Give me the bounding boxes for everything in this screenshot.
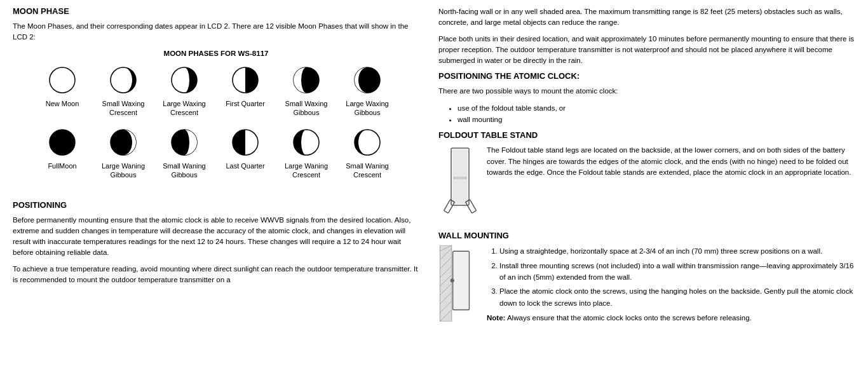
full-moon-icon xyxy=(47,127,78,158)
large-waxing-gibbous-icon xyxy=(352,65,383,95)
moon-phase-title: MOON PHASE xyxy=(13,6,419,16)
large-waxing-crescent-icon xyxy=(169,65,200,95)
moon-phases-subtitle: MOON PHASES FOR WS-8117 xyxy=(13,50,419,57)
moon-item-large-waning-crescent: Large WaningCrescent xyxy=(276,127,337,180)
wall-image xyxy=(438,245,477,324)
wall-note: Note: Always ensure that the atomic cloc… xyxy=(487,313,855,324)
positioning-clock-title: POSITIONING THE ATOMIC CLOCK: xyxy=(438,71,855,81)
positioning-section: POSITIONING Before permanently mounting … xyxy=(13,200,419,286)
wall-mount-svg xyxy=(438,245,477,322)
foldout-section: FOLDOUT TABLE STAND The Foldout table st… xyxy=(438,130,855,223)
moon-item-new-moon: New Moon xyxy=(32,65,93,118)
wall-step-2: Install three mounting screws (not inclu… xyxy=(499,260,855,283)
moon-label-large-waxing-gibbous: Large WaxingGibbous xyxy=(346,99,388,118)
foldout-content: The Foldout table stand legs are located… xyxy=(438,145,855,223)
svg-point-0 xyxy=(50,67,75,93)
foldout-stand-svg xyxy=(438,145,477,221)
svg-rect-16 xyxy=(453,177,467,179)
page-container: MOON PHASE The Moon Phases, and their co… xyxy=(0,0,868,335)
moon-phase-intro: The Moon Phases, and their corresponding… xyxy=(13,21,419,43)
small-waxing-crescent-icon xyxy=(108,65,139,95)
moon-item-large-waning-gibbous: Large WaningGibbous xyxy=(93,127,154,180)
positioning-title: POSITIONING xyxy=(13,200,419,210)
moon-label-full-moon: FullMoon xyxy=(48,161,76,170)
moon-item-small-waning-crescent: Small WaningCrescent xyxy=(337,127,398,180)
moon-item-last-quarter: Last Quarter xyxy=(215,127,276,180)
moon-item-first-quarter: First Quarter xyxy=(215,65,276,118)
moon-label-small-waxing-gibbous: Small WaxingGibbous xyxy=(285,99,328,118)
positioning-clock-intro: There are two possible ways to mount the… xyxy=(438,86,855,97)
positioning-para1: Before permanently mounting ensure that … xyxy=(13,215,419,259)
wall-steps-list: Using a straightedge, horizontally space… xyxy=(499,245,855,309)
wall-step-1: Using a straightedge, horizontally space… xyxy=(499,245,855,257)
foldout-title: FOLDOUT TABLE STAND xyxy=(438,130,855,140)
positioning-clock-list: use of the foldout table stands, or wall… xyxy=(458,102,855,126)
moon-label-last-quarter: Last Quarter xyxy=(226,161,264,170)
foldout-image xyxy=(438,145,477,223)
small-waning-crescent-icon xyxy=(352,127,383,158)
moon-label-large-waning-gibbous: Large WaningGibbous xyxy=(102,161,145,180)
right-column: North-facing wall or in any well shaded … xyxy=(432,6,855,329)
moon-item-large-waxing-crescent: Large WaxingCrescent xyxy=(154,65,215,118)
svg-rect-15 xyxy=(466,200,477,213)
moon-item-small-waxing-gibbous: Small WaxingGibbous xyxy=(276,65,337,118)
small-waning-gibbous-icon xyxy=(169,127,200,158)
left-column: MOON PHASE The Moon Phases, and their co… xyxy=(13,6,419,329)
moon-label-new-moon: New Moon xyxy=(46,99,79,108)
first-quarter-icon xyxy=(230,65,261,95)
small-waxing-gibbous-icon xyxy=(291,65,322,95)
moon-label-small-waxing-crescent: Small WaxingCrescent xyxy=(102,99,145,118)
positioning-para2: To achieve a true temperature reading, a… xyxy=(13,264,419,286)
moon-label-first-quarter: First Quarter xyxy=(226,99,265,108)
right-para2: Place both units in their desired locati… xyxy=(438,34,855,67)
large-waning-gibbous-icon xyxy=(108,127,139,158)
wall-mount-section: WALL MOUNTING xyxy=(438,231,855,329)
moon-label-small-waning-crescent: Small WaningCrescent xyxy=(346,161,388,180)
last-quarter-icon xyxy=(230,127,261,158)
positioning-clock-bullet-2: wall mounting xyxy=(458,114,855,125)
svg-rect-27 xyxy=(453,252,470,310)
moon-grid: New Moon Small WaxingCrescent Large Waxi… xyxy=(32,65,400,190)
large-waning-crescent-icon xyxy=(291,127,322,158)
svg-rect-17 xyxy=(440,245,451,322)
foldout-desc: The Foldout table stand legs are located… xyxy=(487,145,855,178)
moon-label-small-waning-gibbous: Small WaningGibbous xyxy=(163,161,205,180)
positioning-clock-bullet-1: use of the foldout table stands, or xyxy=(458,102,855,114)
moon-phase-section: MOON PHASE The Moon Phases, and their co… xyxy=(13,6,419,190)
wall-note-label: Note: xyxy=(487,314,505,322)
moon-label-large-waxing-crescent: Large WaxingCrescent xyxy=(163,99,205,118)
wall-content: Using a straightedge, horizontally space… xyxy=(438,245,855,329)
wall-step-3: Place the atomic clock onto the screws, … xyxy=(499,285,855,309)
moon-item-large-waxing-gibbous: Large WaxingGibbous xyxy=(337,65,398,118)
wall-title: WALL MOUNTING xyxy=(438,231,855,240)
moon-item-small-waxing-crescent: Small WaxingCrescent xyxy=(93,65,154,118)
right-para1: North-facing wall or in any well shaded … xyxy=(438,6,855,29)
wall-steps-container: Using a straightedge, horizontally space… xyxy=(487,245,855,329)
new-moon-icon xyxy=(47,65,78,95)
wall-note-text: Always ensure that the atomic clock lock… xyxy=(507,314,752,322)
moon-item-full-moon: FullMoon xyxy=(32,127,93,180)
svg-rect-14 xyxy=(444,200,455,213)
moon-label-large-waning-crescent: Large WaningCrescent xyxy=(285,161,328,180)
moon-item-small-waning-gibbous: Small WaningGibbous xyxy=(154,127,215,180)
svg-point-6 xyxy=(50,130,75,155)
